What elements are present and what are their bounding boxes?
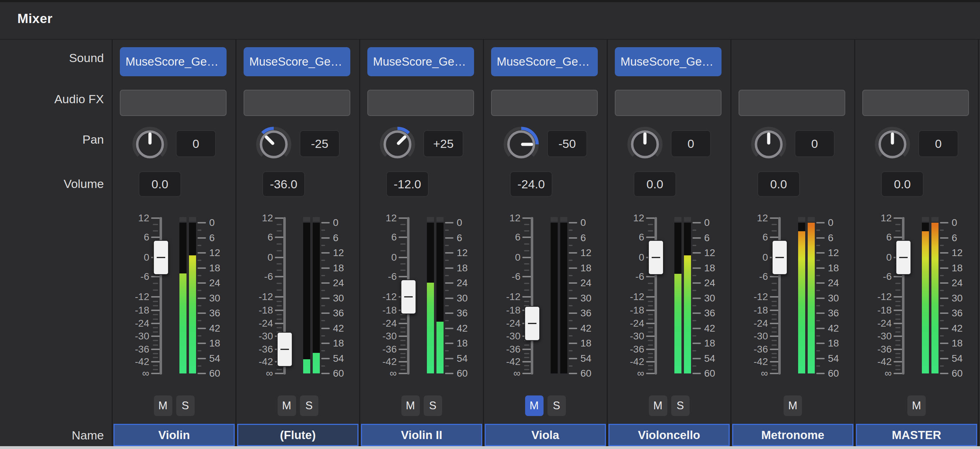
meter-scale-label: 42 [209, 323, 220, 334]
solo-button[interactable]: S [300, 395, 318, 416]
pan-value[interactable]: -50 [547, 130, 587, 157]
meter-scale-label: 30 [209, 293, 220, 304]
mute-button[interactable]: M [401, 395, 420, 416]
audio-fx-slot[interactable] [615, 90, 722, 116]
pan-knob[interactable] [503, 126, 539, 163]
volume-value[interactable]: -12.0 [386, 171, 429, 197]
pan-knob[interactable] [874, 126, 911, 163]
meter-scale-tick-minor [197, 350, 201, 352]
meter-scale-label: 0 [333, 217, 339, 228]
pan-value[interactable]: 0 [176, 130, 216, 157]
volume-value[interactable]: 0.0 [138, 171, 181, 197]
volume-value[interactable]: -36.0 [262, 171, 305, 197]
meter-scale-tick-minor [816, 335, 820, 336]
pan-knob[interactable] [627, 126, 663, 163]
audio-fx-slot[interactable] [738, 90, 845, 116]
meter-scale-tick-major [692, 312, 701, 314]
meter-scale-label: 6 [457, 232, 462, 244]
sound-button[interactable]: MuseScore_Ge… [120, 47, 227, 76]
meter-scale-label: 0 [457, 217, 462, 228]
meter-scale-tick-minor [197, 365, 201, 366]
pan-knob-graphic [255, 126, 292, 163]
pan-knob[interactable] [750, 126, 787, 163]
meter-scale-tick-major [445, 358, 453, 359]
meter-scale-tick-minor [445, 320, 449, 321]
mute-button[interactable]: M [525, 395, 544, 416]
pan-knob-graphic [132, 126, 169, 163]
meter-scale-tick-minor [692, 305, 696, 306]
mute-button[interactable]: M [784, 395, 802, 416]
meter-scale-tick-minor [940, 320, 944, 321]
mute-button[interactable]: M [649, 395, 667, 416]
meter-scale-tick-major [816, 342, 825, 344]
meter-scale-label: 36 [951, 307, 963, 319]
sound-button[interactable]: MuseScore_Ge… [615, 47, 722, 76]
fader-scale-tick-major [275, 217, 284, 219]
solo-button[interactable]: S [671, 395, 690, 416]
meter-scale-tick-minor [940, 335, 944, 336]
pan-knob[interactable] [255, 126, 292, 163]
channel-strip-violin-ii: MuseScore_Ge… +25 -12.0 1260-6-12-18-24-… [359, 39, 483, 449]
meter-scale-tick-minor [445, 260, 449, 261]
strips-end-divider [978, 39, 979, 449]
meter-scale-tick-minor [816, 305, 820, 306]
row-label-volume: Volume [64, 177, 104, 191]
meter-scale-tick-minor [816, 260, 820, 261]
pan-value[interactable]: 0 [918, 130, 958, 157]
volume-value[interactable]: -24.0 [510, 171, 552, 197]
pan-value[interactable]: -25 [300, 130, 340, 157]
meter-scale-tick-major [445, 312, 453, 314]
meter-scale-tick-minor [445, 305, 449, 306]
solo-button[interactable]: S [424, 395, 442, 416]
channel-name[interactable]: MASTER [856, 424, 977, 446]
channel-name[interactable]: Violin II [361, 424, 482, 446]
channel-name[interactable]: Metronome [732, 424, 853, 446]
audio-fx-slot[interactable] [491, 90, 598, 116]
solo-button[interactable]: S [547, 395, 566, 416]
pan-value[interactable]: 0 [795, 130, 835, 157]
channel-strip-flute: MuseScore_Ge… -25 -36.0 1260-6-12-18-24-… [235, 39, 359, 449]
solo-button[interactable]: S [176, 395, 195, 416]
fader-scale-label: 12 [741, 212, 768, 224]
channel-name[interactable]: (Flute) [237, 424, 358, 446]
channel-name[interactable]: Viola [485, 424, 606, 446]
audio-fx-slot[interactable] [120, 90, 227, 116]
meter-clip-cap [798, 217, 805, 222]
sound-label: MuseScore_Ge… [373, 55, 466, 68]
meter-scale-tick-minor [445, 230, 449, 231]
meter-scale-label: 24 [581, 277, 592, 289]
audio-fx-slot[interactable] [862, 90, 969, 116]
sound-button[interactable]: MuseScore_Ge… [491, 47, 598, 76]
pan-value[interactable]: +25 [423, 130, 463, 157]
meter-scale-tick-major [445, 373, 453, 374]
meter-scale-tick-minor [569, 305, 573, 306]
meter-scale-tick-major [197, 237, 206, 239]
panel-bottom-edge [0, 446, 980, 449]
sound-button[interactable]: MuseScore_Ge… [243, 47, 350, 76]
pan-knob[interactable] [132, 126, 169, 163]
meter-clip-cap [313, 217, 320, 222]
channel-name[interactable]: Violoncello [608, 424, 730, 446]
row-label-sound: Sound [69, 51, 104, 65]
audio-fx-slot[interactable] [368, 90, 474, 116]
mute-button[interactable]: M [278, 395, 296, 416]
pan-value[interactable]: 0 [671, 130, 711, 157]
fader-and-meters: 1260-6-12-18-24-30-36-42∞ 06121824303642… [360, 218, 483, 373]
fader-and-meters: 1260-6-12-18-24-30-36-42∞ 06121824303642… [608, 218, 730, 373]
channel-name[interactable]: Violin [113, 424, 235, 446]
meter-scale-label: 60 [581, 368, 592, 379]
meter-scale-tick-minor [321, 230, 325, 231]
channel-strip-violoncello: MuseScore_Ge… 0 0.0 1260-6-12-18-24-30-3… [607, 39, 730, 449]
meter-scale-tick-major [569, 267, 577, 269]
meter-scale-tick-major [940, 282, 948, 284]
audio-fx-slot[interactable] [243, 90, 350, 116]
mute-button[interactable]: M [154, 395, 172, 416]
volume-value[interactable]: 0.0 [881, 171, 924, 197]
sound-button[interactable]: MuseScore_Ge… [368, 47, 474, 76]
pan-knob[interactable] [379, 126, 416, 163]
volume-value[interactable]: 0.0 [757, 171, 800, 197]
mute-button[interactable]: M [907, 395, 926, 416]
volume-value[interactable]: 0.0 [633, 171, 676, 197]
meter-scale-label: 54 [209, 353, 220, 364]
meter-clip-cap [550, 217, 558, 222]
